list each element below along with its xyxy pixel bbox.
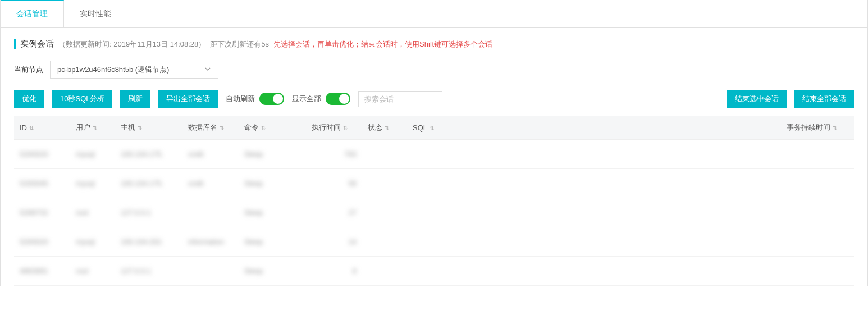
cell-sql — [407, 140, 781, 169]
col-header-sql[interactable]: SQL⇅ — [407, 116, 781, 140]
refresh-button[interactable]: 刷新 — [120, 90, 150, 108]
cell-exec_time: 793 — [306, 140, 362, 169]
hint-text: 先选择会话，再单击优化；结束会话时，使用Shift键可选择多个会话 — [273, 39, 492, 49]
sort-icon: ⇅ — [385, 125, 389, 131]
cell-sql — [407, 257, 781, 286]
sort-icon: ⇅ — [220, 125, 224, 131]
node-selector-row: 当前节点 pc-bp1w2u46nf6c8ht5b (逻辑节点) — [14, 61, 854, 79]
cell-host: 100.104.202. — [115, 227, 182, 257]
cell-sql — [407, 198, 781, 227]
cell-id: 5289732 — [14, 198, 70, 227]
sort-icon: ⇅ — [343, 125, 348, 131]
auto-refresh-label: 自动刷新 — [226, 94, 255, 104]
auto-refresh-toggle[interactable] — [259, 93, 284, 105]
table-row[interactable]: 5293045mysql100.104.175.cndltSleep58 — [14, 169, 854, 198]
node-select[interactable]: pc-bp1w2u46nf6c8ht5b (逻辑节点) — [50, 61, 218, 79]
col-header-id[interactable]: ID⇅ — [14, 116, 70, 140]
end-all-button[interactable]: 结束全部会话 — [794, 90, 854, 108]
cell-id: 4863891 — [14, 257, 70, 286]
col-header-tx[interactable]: 事务持续时间⇅ — [781, 116, 854, 140]
col-header-state[interactable]: 状态⇅ — [362, 116, 407, 140]
tab-session[interactable]: 会话管理 — [1, 0, 64, 27]
cell-user: root — [70, 257, 115, 286]
cell-cmd: Sleep — [239, 257, 306, 286]
cell-tx — [781, 198, 854, 227]
cell-cmd: Sleep — [239, 169, 306, 198]
table-row[interactable]: 5293020mysql100.104.202.informationSleep… — [14, 227, 854, 257]
cell-id: 5293020 — [14, 140, 70, 169]
cell-host: 127.0.0.1 — [115, 257, 182, 286]
show-all-toggle[interactable] — [326, 93, 350, 105]
cell-host: 127.0.0.1 — [115, 198, 182, 227]
chevron-down-icon — [204, 66, 211, 74]
optimize-button[interactable]: 优化 — [14, 90, 44, 108]
cell-id: 5293020 — [14, 227, 70, 257]
cell-id: 5293045 — [14, 169, 70, 198]
cell-tx — [781, 257, 854, 286]
col-header-cmd[interactable]: 命令⇅ — [239, 116, 306, 140]
col-header-db[interactable]: 数据库名⇅ — [182, 116, 239, 140]
cell-state — [362, 169, 407, 198]
sort-icon: ⇅ — [430, 125, 434, 131]
cell-state — [362, 198, 407, 227]
tab-realtime[interactable]: 实时性能 — [64, 0, 127, 27]
cell-exec_time: 27 — [306, 198, 362, 227]
cell-db: cndlt — [182, 140, 239, 169]
table-row[interactable]: 5293020mysql100.104.175.cndltSleep793 — [14, 140, 854, 169]
cell-db: information — [182, 227, 239, 257]
tab-bar: 会话管理 实时性能 — [1, 0, 867, 28]
cell-user: mysql — [70, 169, 115, 198]
toolbar: 优化 10秒SQL分析 刷新 导出全部会话 自动刷新 显示全部 结束选中会话 结… — [14, 90, 854, 108]
cell-tx — [781, 169, 854, 198]
cell-state — [362, 257, 407, 286]
cell-cmd: Sleep — [239, 198, 306, 227]
cell-user: root — [70, 198, 115, 227]
cell-db — [182, 198, 239, 227]
cell-cmd: Sleep — [239, 140, 306, 169]
sort-icon: ⇅ — [29, 125, 34, 131]
cell-host: 100.104.175. — [115, 169, 182, 198]
page-title: 实例会话 — [20, 39, 54, 49]
node-label: 当前节点 — [14, 65, 43, 75]
sort-icon: ⇅ — [93, 125, 97, 131]
title-accent-bar — [14, 39, 16, 49]
table-row[interactable]: 4863891root127.0.0.1Sleep8 — [14, 257, 854, 286]
cell-sql — [407, 169, 781, 198]
cell-user: mysql — [70, 140, 115, 169]
cell-host: 100.104.175. — [115, 140, 182, 169]
cell-exec_time: 8 — [306, 257, 362, 286]
cell-db — [182, 257, 239, 286]
export-all-button[interactable]: 导出全部会话 — [158, 90, 218, 108]
cell-tx — [781, 140, 854, 169]
node-select-value: pc-bp1w2u46nf6c8ht5b (逻辑节点) — [57, 65, 169, 75]
show-all-label: 显示全部 — [292, 94, 321, 104]
sort-icon: ⇅ — [833, 125, 837, 131]
cell-db: cndlt — [182, 169, 239, 198]
cell-state — [362, 140, 407, 169]
cell-user: mysql — [70, 227, 115, 257]
update-time-text: （数据更新时间: 2019年11月13日 14:08:28） — [58, 39, 205, 49]
page-header: 实例会话 （数据更新时间: 2019年11月13日 14:08:28） 距下次刷… — [14, 39, 854, 49]
sort-icon: ⇅ — [261, 125, 266, 131]
cell-tx — [781, 227, 854, 257]
cell-state — [362, 227, 407, 257]
cell-cmd: Sleep — [239, 227, 306, 257]
cell-exec_time: 58 — [306, 169, 362, 198]
countdown-text: 距下次刷新还有5s — [210, 39, 269, 49]
cell-exec_time: 14 — [306, 227, 362, 257]
search-input[interactable] — [358, 91, 442, 107]
table-row[interactable]: 5289732root127.0.0.1Sleep27 — [14, 198, 854, 227]
col-header-exec-time[interactable]: 执行时间⇅ — [306, 116, 362, 140]
sort-icon: ⇅ — [138, 125, 142, 131]
session-table: ID⇅ 用户⇅ 主机⇅ 数据库名⇅ 命令⇅ 执行时间⇅ 状态⇅ SQL⇅ 事务持… — [14, 116, 854, 286]
col-header-user[interactable]: 用户⇅ — [70, 116, 115, 140]
col-header-host[interactable]: 主机⇅ — [115, 116, 182, 140]
ten-sec-sql-button[interactable]: 10秒SQL分析 — [52, 90, 112, 108]
end-selected-button[interactable]: 结束选中会话 — [727, 90, 787, 108]
cell-sql — [407, 227, 781, 257]
